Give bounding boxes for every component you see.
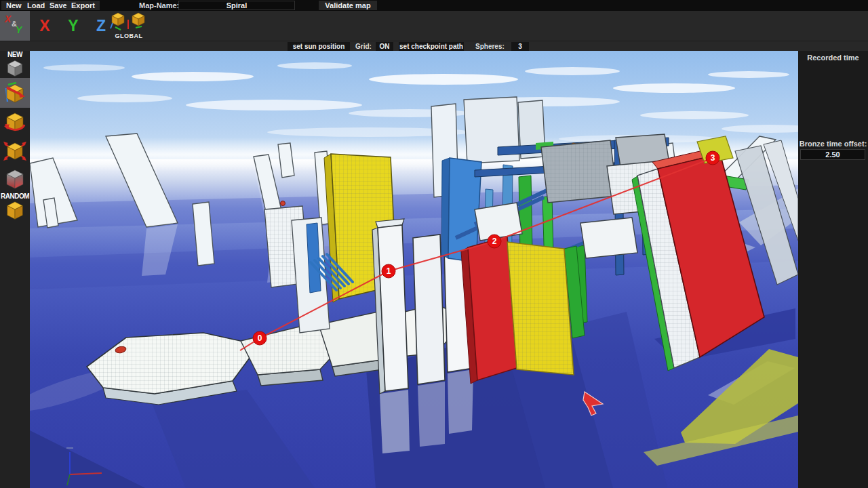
svg-text:0: 0 xyxy=(258,333,262,343)
map-name-label: Map-Name: xyxy=(139,1,179,9)
map-name-input[interactable] xyxy=(178,1,295,10)
axis-xy-y-label: Y xyxy=(16,24,22,35)
sphere-pickup[interactable] xyxy=(281,201,285,206)
recorded-time-label: Recorded time xyxy=(798,54,868,62)
move-tool-button[interactable] xyxy=(0,78,30,108)
axis-xy-x-label: X xyxy=(5,14,11,24)
validate-map-button[interactable]: Validate map xyxy=(319,1,377,10)
grid-label: Grid: xyxy=(355,42,372,51)
left-toolbar: NEW xyxy=(0,51,30,488)
right-panel: Recorded time Bronze time offset: xyxy=(798,51,868,488)
view-options-bar: set sun position Grid: ON set checkpoint… xyxy=(0,41,868,51)
checkpoint-marker-0[interactable]: 0 xyxy=(253,331,267,345)
rotate-tool-button[interactable] xyxy=(0,109,30,138)
random-block-button[interactable]: RANDOM xyxy=(0,192,30,226)
checkpoint-marker-1[interactable]: 1 xyxy=(382,264,395,278)
new-block-label: NEW xyxy=(0,51,30,58)
svg-text:3: 3 xyxy=(711,153,715,163)
bronze-time-offset-input[interactable] xyxy=(800,149,865,160)
svg-text:1: 1 xyxy=(387,266,391,276)
spheres-label: Spheres: xyxy=(475,42,505,51)
random-block-label: RANDOM xyxy=(0,192,30,200)
set-sun-position-button[interactable]: set sun position xyxy=(288,42,350,51)
global-cubes-icon xyxy=(110,12,148,32)
new-block-button[interactable]: NEW xyxy=(0,51,30,78)
viewport-3d-scene[interactable]: 0 1 2 3 xyxy=(30,51,798,488)
delete-tool-button[interactable] xyxy=(0,166,30,193)
rotate-tool-icon xyxy=(3,110,27,136)
scale-tool-icon xyxy=(3,138,27,164)
delete-cube-icon xyxy=(3,167,26,192)
axis-y-button[interactable]: Y xyxy=(62,11,85,41)
set-checkpoint-path-button[interactable]: set checkpoint path xyxy=(399,42,464,51)
bronze-time-offset-label: Bronze time offset: xyxy=(798,140,868,148)
checkpoint-marker-2[interactable]: 2 xyxy=(488,235,501,248)
global-label: GLOBAL xyxy=(108,33,149,39)
svg-text:2: 2 xyxy=(492,237,497,246)
axis-toolbar: X & Y X Y Z GLOBAL xyxy=(0,11,868,41)
axis-xy-button[interactable]: X & Y xyxy=(0,11,30,41)
scale-tool-button[interactable] xyxy=(0,138,30,165)
spheres-count-field[interactable]: 3 xyxy=(511,42,529,51)
grid-toggle-button[interactable]: ON xyxy=(376,42,393,51)
axis-x-button[interactable]: X xyxy=(33,11,56,41)
checkpoint-marker-3[interactable]: 3 xyxy=(706,151,719,165)
random-cube-icon xyxy=(3,200,26,222)
new-cube-icon xyxy=(4,58,26,77)
menubar: New Load Save Export Map-Name: Validate … xyxy=(0,0,868,11)
move-tool-icon xyxy=(3,79,27,106)
global-mode-button[interactable]: GLOBAL xyxy=(108,11,149,41)
export-button[interactable]: Export xyxy=(66,1,100,10)
